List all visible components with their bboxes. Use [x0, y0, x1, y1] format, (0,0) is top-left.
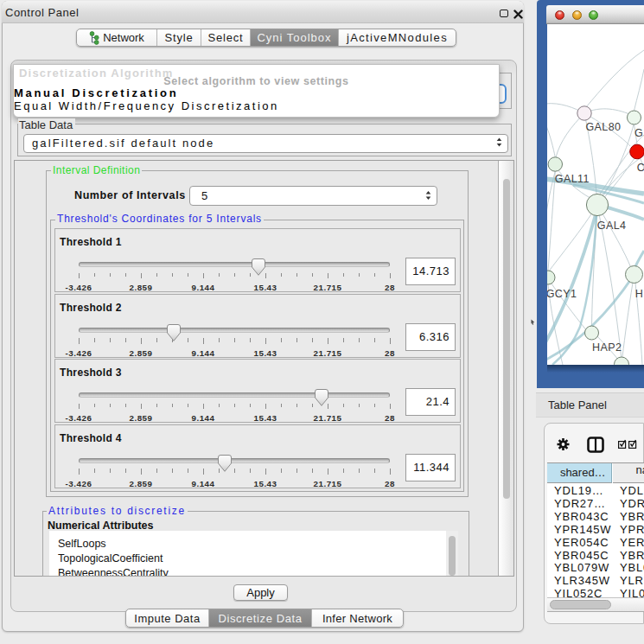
svg-text:G.: G. [634, 127, 644, 139]
svg-text:GAL11: GAL11 [555, 173, 590, 185]
svg-text:C: C [637, 162, 644, 174]
svg-text:HAP2: HAP2 [592, 341, 622, 354]
svg-text:GCY1: GCY1 [547, 288, 577, 300]
svg-text:GAL4: GAL4 [597, 220, 627, 232]
svg-text:H: H [635, 288, 643, 300]
svg-text:GAL80: GAL80 [586, 121, 622, 133]
